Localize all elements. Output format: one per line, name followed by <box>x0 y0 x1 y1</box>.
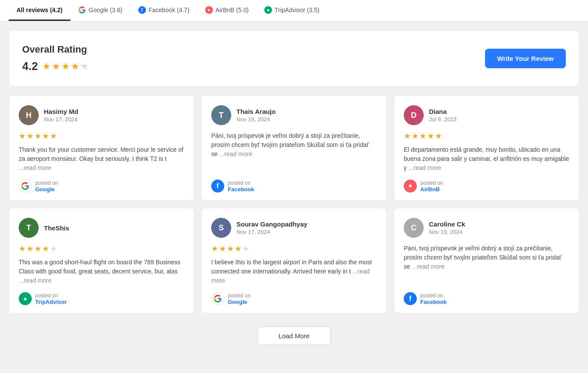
review-text: Thank you for your customer service. Mer… <box>19 145 184 173</box>
rating-title: Overall Rating <box>22 44 89 55</box>
posted-on-info: posted on Facebook <box>420 293 447 305</box>
review-star-filled: ★ <box>50 131 57 141</box>
main-content: Overall Rating 4.2 ★ ★ ★ ★ ★★ Write Your… <box>0 22 588 363</box>
platform-link[interactable]: Facebook <box>228 186 254 193</box>
reviewer-header: D Diana Jul 9, 2023 <box>404 105 569 125</box>
tab-facebook-label: Facebook (4.7) <box>149 7 189 13</box>
posted-on: posted on Google <box>211 292 377 305</box>
review-card: D Diana Jul 9, 2023 ★★★★★ El departament… <box>394 95 579 201</box>
review-text: Páni, tvoj príspevok je veľmi dobrý a st… <box>404 244 569 285</box>
review-card: T TheShis ★★★★★ This was a good short-ha… <box>9 208 194 313</box>
tab-google[interactable]: Google (3.6) <box>70 0 130 21</box>
tab-tripadvisor-label: TripAdvisor (3.5) <box>275 7 319 13</box>
review-star-filled: ★ <box>34 131 41 141</box>
reviewer-info: Sourav Gangopadhyay Nov 17, 2024 <box>236 220 307 235</box>
review-stars: ★★★★★ <box>19 131 184 141</box>
star-4: ★ <box>71 61 80 72</box>
platform-link[interactable]: Google <box>228 299 251 305</box>
read-more-link[interactable]: ...read more <box>412 263 445 270</box>
overall-rating-card: Overall Rating 4.2 ★ ★ ★ ★ ★★ Write Your… <box>9 30 579 87</box>
read-more-link[interactable]: ...read more <box>19 277 51 284</box>
avatar: H <box>19 105 39 125</box>
review-star-filled: ★ <box>211 244 218 253</box>
review-text: El departamento está grande, muy bonito,… <box>404 145 569 173</box>
review-card: C Caroline Ck Nov 19, 2024 Páni, tvoj pr… <box>394 208 579 313</box>
page-wrapper: All reviews (4.2) Google (3.6) f Faceboo… <box>0 0 588 363</box>
read-more-link[interactable]: ...read more <box>19 164 51 171</box>
avatar: T <box>211 105 231 125</box>
posted-on-info: posted on TripAdvisor <box>35 293 66 305</box>
posted-on-label: posted on <box>228 180 254 186</box>
review-star-filled: ★ <box>27 131 33 141</box>
review-star-filled: ★ <box>419 131 426 141</box>
tab-google-label: Google (3.6) <box>89 7 123 13</box>
review-star-filled: ★ <box>219 244 226 253</box>
review-date: Nov 17, 2024 <box>44 116 78 123</box>
write-review-button[interactable]: Write Your Review <box>485 49 566 68</box>
overall-stars: ★ ★ ★ ★ ★★ <box>42 61 89 72</box>
tab-all-reviews-label: All reviews (4.2) <box>17 7 63 13</box>
google-platform-icon <box>19 180 32 193</box>
star-5: ★★ <box>80 61 89 72</box>
tab-airbnb[interactable]: ✦ AirBnB (5.0) <box>197 0 256 21</box>
posted-on-info: posted on Facebook <box>228 180 254 193</box>
posted-on: ✦ posted on AirBnB <box>404 180 569 193</box>
facebook-tab-icon: f <box>138 6 146 14</box>
posted-on: posted on Google <box>19 180 184 193</box>
review-date: Nov 19, 2024 <box>236 116 276 123</box>
review-star-filled: ★ <box>227 244 234 253</box>
reviewer-header: T Thais Araujo Nov 19, 2024 <box>211 105 377 125</box>
review-star-filled: ★ <box>412 131 419 141</box>
tab-all-reviews[interactable]: All reviews (4.2) <box>9 0 70 21</box>
google-tab-icon <box>78 6 86 14</box>
reviewer-name: Caroline Ck <box>429 220 465 228</box>
facebook-platform-icon: f <box>211 180 224 193</box>
airbnb-tab-icon: ✦ <box>205 6 213 14</box>
review-star-filled: ★ <box>19 244 26 253</box>
platform-link[interactable]: Facebook <box>420 299 447 305</box>
posted-on: ● posted on TripAdvisor <box>19 292 184 305</box>
read-more-link[interactable]: ...read more <box>409 164 441 171</box>
reviewer-header: H Hasimy Md Nov 17, 2024 <box>19 105 184 125</box>
reviewer-info: Diana Jul 9, 2023 <box>429 108 457 123</box>
review-card: T Thais Araujo Nov 19, 2024 Páni, tvoj p… <box>201 95 387 201</box>
avatar: C <box>404 218 424 238</box>
tab-tripadvisor[interactable]: ● TripAdvisor (3.5) <box>256 0 327 21</box>
review-card: S Sourav Gangopadhyay Nov 17, 2024 ★★★★★… <box>201 208 387 313</box>
review-text: This was a good short-haul flight on boa… <box>19 258 184 285</box>
review-stars: ★★★★★ <box>404 131 569 141</box>
posted-on-info: posted on Google <box>228 293 251 305</box>
rating-info: Overall Rating 4.2 ★ ★ ★ ★ ★★ <box>22 44 89 73</box>
reviewer-header: S Sourav Gangopadhyay Nov 17, 2024 <box>211 218 377 238</box>
review-stars: ★★★★★ <box>19 244 184 253</box>
tab-facebook[interactable]: f Facebook (4.7) <box>130 0 197 21</box>
reviewer-info: Hasimy Md Nov 17, 2024 <box>44 108 78 123</box>
review-date: Nov 19, 2024 <box>429 229 465 235</box>
posted-on-label: posted on <box>35 293 66 299</box>
reviewer-header: C Caroline Ck Nov 19, 2024 <box>404 218 569 238</box>
read-more-link[interactable]: ...read more <box>219 150 252 157</box>
review-star-filled: ★ <box>27 244 33 253</box>
read-more-link[interactable]: ...read more <box>211 268 370 284</box>
load-more-button[interactable]: Load More <box>257 326 331 345</box>
posted-on: f posted on Facebook <box>211 180 377 193</box>
review-star-filled: ★ <box>435 131 442 141</box>
avatar: T <box>19 218 39 238</box>
reviewer-name: TheShis <box>44 224 69 232</box>
platform-link[interactable]: Google <box>35 186 58 193</box>
rating-number: 4.2 <box>22 60 38 73</box>
review-date: Nov 17, 2024 <box>236 229 307 235</box>
review-text: I believe this is the largest airport in… <box>211 258 377 285</box>
reviewer-name: Sourav Gangopadhyay <box>236 220 307 228</box>
platform-link[interactable]: AirBnB <box>420 186 443 193</box>
platform-link[interactable]: TripAdvisor <box>35 299 66 305</box>
reviews-grid: H Hasimy Md Nov 17, 2024 ★★★★★ Thank you… <box>9 95 579 313</box>
posted-on: f posted on Facebook <box>404 292 569 305</box>
google-platform-icon <box>211 292 224 305</box>
posted-on-label: posted on <box>420 180 443 186</box>
airbnb-platform-icon: ✦ <box>404 180 417 193</box>
tripadvisor-tab-icon: ● <box>264 6 272 14</box>
reviewer-info: Caroline Ck Nov 19, 2024 <box>429 220 465 235</box>
review-star-filled: ★ <box>34 244 41 253</box>
review-star-empty: ★ <box>243 244 249 253</box>
